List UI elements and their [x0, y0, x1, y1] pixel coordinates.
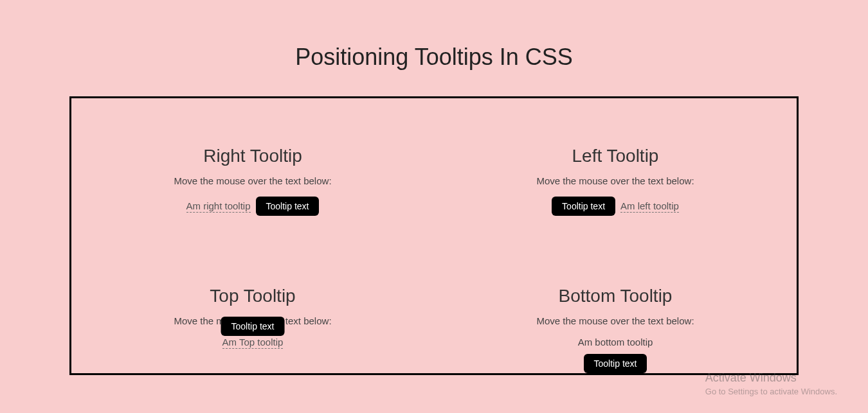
demo-row-right: Am right tooltip Tooltip text [186, 197, 320, 216]
heading-bottom: Bottom Tooltip [559, 286, 673, 306]
watermark-line1: Activate Windows [705, 370, 837, 386]
demo-stack-top: Tooltip text Am Top tooltip [222, 337, 284, 349]
cell-top-tooltip: Top Tooltip Move the mouse over the text… [71, 234, 434, 373]
hint-right: Move the mouse over the text below: [174, 175, 331, 186]
demo-container: Right Tooltip Move the mouse over the te… [69, 96, 799, 375]
hint-bottom: Move the mouse over the text below: [536, 315, 694, 326]
trigger-top[interactable]: Am Top tooltip [222, 337, 284, 349]
heading-top: Top Tooltip [210, 286, 295, 306]
cell-left-tooltip: Left Tooltip Move the mouse over the tex… [434, 98, 797, 234]
trigger-bottom[interactable]: Am bottom tooltip [578, 337, 653, 347]
hint-left: Move the mouse over the text below: [536, 175, 694, 186]
cell-bottom-tooltip: Bottom Tooltip Move the mouse over the t… [434, 234, 797, 373]
tooltip-bubble-left: Tooltip text [552, 197, 615, 216]
trigger-left[interactable]: Am left tooltip [620, 200, 679, 213]
page-title: Positioning Tooltips In CSS [0, 0, 868, 96]
tooltip-bubble-right: Tooltip text [256, 197, 320, 216]
heading-right: Right Tooltip [203, 146, 302, 166]
tooltip-bubble-bottom: Tooltip text [584, 354, 647, 373]
tooltip-bubble-top: Tooltip text [221, 317, 285, 336]
watermark-line2: Go to Settings to activate Windows. [705, 386, 837, 398]
windows-activation-watermark: Activate Windows Go to Settings to activ… [705, 370, 837, 398]
heading-left: Left Tooltip [572, 146, 659, 166]
cell-right-tooltip: Right Tooltip Move the mouse over the te… [71, 98, 434, 234]
demo-row-left: Tooltip text Am left tooltip [552, 197, 679, 216]
trigger-right[interactable]: Am right tooltip [186, 200, 251, 213]
